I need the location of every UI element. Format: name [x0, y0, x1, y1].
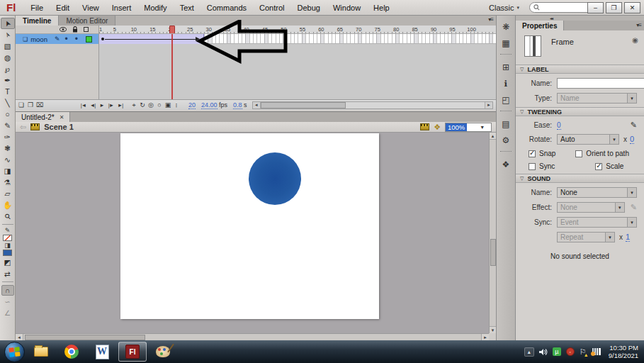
- snap-checkbox[interactable]: [529, 150, 536, 157]
- project-panel-icon[interactable]: ❖: [497, 156, 514, 172]
- section-sound[interactable]: ▽ SOUND: [516, 174, 644, 183]
- frame-options-icon[interactable]: ◉: [632, 36, 638, 44]
- smooth-option-button[interactable]: ∽: [1, 296, 14, 307]
- label-type-select[interactable]: Name ▼: [557, 93, 637, 104]
- stroke-color-swatch[interactable]: [3, 235, 12, 241]
- show-hide-layers-icon[interactable]: [60, 27, 67, 32]
- sound-repeat-select[interactable]: Repeat ▼: [557, 232, 615, 242]
- outline-layers-icon[interactable]: [84, 27, 89, 32]
- network-icon[interactable]: [592, 348, 601, 355]
- zoom-level-value[interactable]: 100%: [446, 123, 467, 131]
- chevron-down-icon[interactable]: ▼: [627, 188, 636, 197]
- menu-item[interactable]: Help: [367, 0, 396, 15]
- line-tool[interactable]: ╲: [1, 97, 15, 108]
- section-tweening[interactable]: ▽ TWEENING: [516, 107, 644, 116]
- tab-properties[interactable]: Properties: [516, 21, 564, 30]
- menu-item[interactable]: File: [24, 0, 50, 15]
- chevron-down-icon[interactable]: ▼: [627, 94, 636, 103]
- brush-tool[interactable]: ✑: [1, 131, 15, 143]
- panel-menu-icon[interactable]: ▾≡: [636, 22, 641, 28]
- swatches-panel-icon[interactable]: ▦: [497, 35, 514, 51]
- menu-item[interactable]: View: [76, 0, 106, 15]
- stage-pasteboard[interactable]: [16, 133, 489, 333]
- rotate-times-value[interactable]: 0: [630, 135, 634, 144]
- repeat-times-value[interactable]: 1: [626, 233, 630, 242]
- scroll-left-icon[interactable]: ◄: [16, 334, 23, 340]
- scale-checkbox[interactable]: [595, 163, 602, 170]
- info-panel-icon[interactable]: ℹ: [497, 75, 514, 91]
- blue-circle-shape[interactable]: [249, 152, 301, 205]
- stage-vertical-scrollbar[interactable]: ▲ ▼: [489, 133, 496, 333]
- panel-menu-icon[interactable]: ▾≡: [488, 16, 493, 23]
- delete-layer-button[interactable]: ⌧: [35, 101, 44, 110]
- color-panel-icon[interactable]: ❋: [497, 18, 514, 35]
- chevron-down-icon[interactable]: ▼: [627, 218, 636, 227]
- sound-effect-select[interactable]: None ▼: [557, 202, 625, 213]
- motion-presets-panel-icon[interactable]: ⚙: [497, 132, 514, 148]
- scroll-down-icon[interactable]: ▼: [490, 326, 496, 333]
- lock-layers-icon[interactable]: [72, 26, 78, 33]
- playhead[interactable]: [169, 26, 175, 34]
- taskbar-paint-button[interactable]: [149, 342, 177, 362]
- frames-strip-moon[interactable]: [99, 34, 496, 44]
- dock-panel-icon[interactable]: [500, 111, 512, 116]
- hand-tool[interactable]: ✋: [1, 199, 15, 211]
- eyedropper-tool[interactable]: ⚗: [1, 177, 15, 188]
- scroll-left-icon[interactable]: ◄: [253, 102, 261, 108]
- sound-sync-select[interactable]: Event ▼: [557, 217, 637, 228]
- start-button[interactable]: [4, 342, 25, 362]
- lasso-tool[interactable]: ℘: [1, 63, 15, 74]
- go-to-last-frame-button[interactable]: ►|: [115, 101, 125, 110]
- search-input[interactable]: [542, 4, 587, 11]
- loop-button[interactable]: ↻: [138, 101, 147, 110]
- timeline-scrollbar[interactable]: ◄ ►: [252, 101, 493, 109]
- label-name-field[interactable]: [557, 78, 644, 89]
- scrollbar-thumb[interactable]: [261, 102, 346, 108]
- layer-row-moon[interactable]: ❏ moon ✎ • •: [16, 34, 98, 44]
- zoom-tool[interactable]: ⚲: [1, 211, 15, 222]
- vertical-scrollbar-thumb[interactable]: [490, 239, 496, 266]
- menu-item[interactable]: Insert: [106, 0, 138, 15]
- stage-canvas[interactable]: [120, 133, 379, 319]
- current-frame-value[interactable]: 20: [188, 101, 196, 109]
- ease-value[interactable]: 0: [557, 121, 561, 130]
- collapse-to-icons-icon[interactable]: ◂◂: [550, 16, 553, 21]
- pencil-tool[interactable]: ✎: [1, 120, 15, 131]
- layer-visible-dot[interactable]: •: [64, 37, 67, 41]
- scroll-right-icon[interactable]: ►: [485, 102, 492, 108]
- timeline-tab[interactable]: Timeline: [16, 16, 59, 26]
- menu-item[interactable]: Edit: [50, 0, 76, 15]
- timeline-tab[interactable]: Motion Editor: [59, 16, 115, 26]
- new-layer-button[interactable]: ❏: [17, 101, 26, 110]
- pen-tool[interactable]: ✒: [1, 74, 15, 86]
- action-center-icon[interactable]: ⚐▲: [580, 347, 587, 357]
- menu-item[interactable]: Modify: [137, 0, 173, 15]
- dock-panel-icon[interactable]: [500, 54, 512, 59]
- 3d-rotation-tool[interactable]: ◍: [1, 52, 15, 63]
- menu-item[interactable]: Control: [253, 0, 290, 15]
- menu-item[interactable]: Window: [327, 0, 367, 15]
- play-button[interactable]: ►: [97, 101, 106, 110]
- close-document-icon[interactable]: ✕: [60, 114, 64, 121]
- edit-effect-icon[interactable]: ✎: [631, 203, 637, 212]
- sound-name-select[interactable]: None ▼: [557, 187, 637, 198]
- layer-lock-dot[interactable]: •: [75, 37, 78, 41]
- deco-tool[interactable]: ❃: [1, 143, 15, 154]
- edit-multiple-frames-button[interactable]: ▣: [164, 101, 172, 110]
- paint-bucket-tool[interactable]: ◨: [1, 165, 15, 177]
- eraser-tool[interactable]: ▱: [1, 188, 15, 199]
- scrollbar-track[interactable]: [261, 102, 485, 108]
- rotate-select[interactable]: Auto ▼: [557, 134, 619, 145]
- restore-button[interactable]: ❐: [606, 2, 622, 13]
- menu-item[interactable]: Debug: [291, 0, 327, 15]
- taskbar-explorer-button[interactable]: [27, 342, 55, 362]
- snap-to-objects-button[interactable]: ∩: [1, 285, 14, 296]
- layer-name[interactable]: moon: [30, 35, 47, 43]
- document-tab[interactable]: Untitled-2* ✕: [16, 112, 70, 122]
- new-folder-button[interactable]: ❐: [26, 101, 35, 110]
- close-button[interactable]: ✕: [624, 2, 640, 13]
- align-panel-icon[interactable]: ⊞: [497, 59, 514, 75]
- volume-icon[interactable]: [539, 348, 548, 356]
- edit-scene-icon[interactable]: [420, 123, 429, 130]
- workspace-selector[interactable]: Classic ▾: [489, 4, 519, 12]
